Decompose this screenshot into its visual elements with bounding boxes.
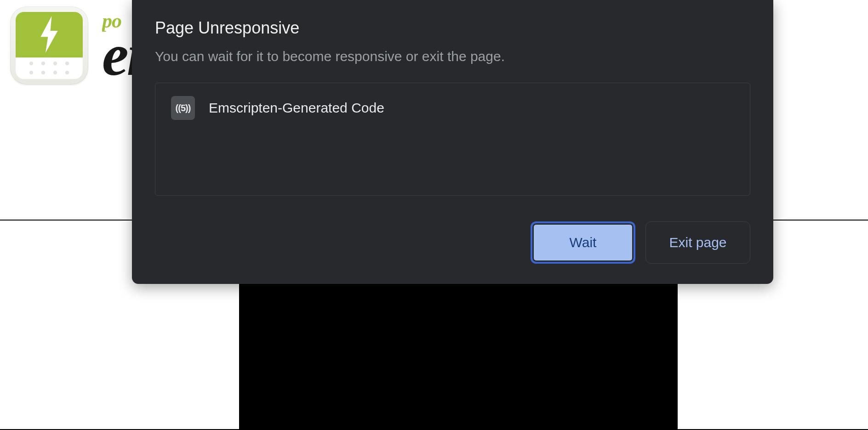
dialog-actions: Wait Exit page: [155, 221, 750, 264]
app-icon-bottom: [16, 57, 83, 79]
unresponsive-pages-list: ((5)) Emscripten-Generated Code: [155, 83, 750, 196]
svg-marker-0: [40, 16, 57, 53]
favicon-glyph: ((5)): [176, 103, 191, 113]
page-unresponsive-dialog: Page Unresponsive You can wait for it to…: [132, 0, 773, 284]
page-item-label: Emscripten-Generated Code: [209, 100, 384, 116]
emscripten-app-icon: [10, 6, 88, 85]
list-item: ((5)) Emscripten-Generated Code: [171, 96, 734, 120]
lightning-icon: [35, 16, 63, 53]
dialog-title: Page Unresponsive: [155, 18, 750, 38]
page-favicon-icon: ((5)): [171, 96, 195, 120]
exit-page-button[interactable]: Exit page: [645, 221, 750, 264]
dialog-subtitle: You can wait for it to become responsive…: [155, 49, 750, 64]
app-icon-top: [16, 12, 83, 57]
wait-button[interactable]: Wait: [531, 221, 635, 264]
